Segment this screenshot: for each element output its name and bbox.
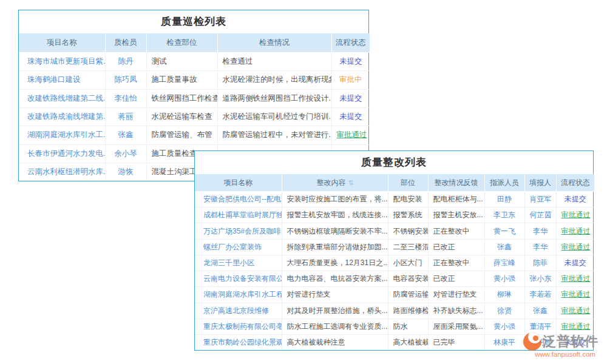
cell-status: 未提交 bbox=[556, 255, 594, 271]
cell-project[interactable]: 螺丝厂办公室装饰 bbox=[195, 239, 282, 255]
cell-inspector[interactable]: 蒋丽 bbox=[105, 107, 146, 126]
cell-project[interactable]: 改建铁路线增建第二线... bbox=[19, 89, 105, 107]
cell-project[interactable]: 珠海市城市更新项目紫... bbox=[19, 53, 105, 71]
cell-project[interactable]: 湖南洞庭湖水库引水工程施工标 bbox=[195, 287, 282, 303]
cell-feedback: 已完毕 bbox=[428, 334, 484, 350]
cell-project[interactable]: 长春市伊通河水力发电... bbox=[19, 144, 105, 163]
column-header-reporter: 填报人 bbox=[524, 174, 556, 192]
cell-status: 未提交 bbox=[331, 89, 370, 107]
cell-inspector[interactable]: 游恢 bbox=[105, 163, 146, 181]
table-row: 云南电力设备安装有限公司20...电力电容器、电抗器安装方案,...电容器安装.… bbox=[195, 271, 594, 287]
cell-part: 小区大门 bbox=[388, 255, 428, 271]
cell-assignee[interactable]: 徐贤 bbox=[484, 303, 524, 318]
cell-part: 路面维修检... bbox=[388, 303, 428, 318]
cell-reporter[interactable]: 李华 bbox=[524, 239, 556, 255]
cell-assignee[interactable]: 柳琳 bbox=[484, 287, 524, 303]
cell-status: 审批通过 bbox=[331, 126, 370, 144]
cell-part: 水泥砼运输车检查 bbox=[146, 107, 217, 126]
table-row: 螺丝厂办公室装饰拆除到承重墙部分请做好加固...二至三楼混...已改正张鑫李华审… bbox=[195, 239, 594, 255]
cell-assignee[interactable]: 李卫东 bbox=[484, 207, 524, 223]
quality-rectification-table-card: 质量整改列表 项目名称整改内容⇅部位整改情况反馈指派人员填报人流程状态 安徽合肥… bbox=[194, 150, 594, 351]
cell-status: 未提交 bbox=[331, 107, 370, 126]
cell-status: 审批中 bbox=[331, 71, 370, 89]
cell-inspector[interactable]: 余小琴 bbox=[105, 144, 146, 163]
cell-reporter[interactable]: 何芷茵 bbox=[524, 207, 556, 223]
cell-project[interactable]: 万达广场35#会所及咖啡厅空... bbox=[195, 223, 282, 239]
cell-assignee[interactable]: 田静 bbox=[484, 192, 524, 207]
cell-content: 报警主机安放牢固，线缆连接... bbox=[282, 207, 388, 223]
rectification-table-header-row: 项目名称整改内容⇅部位整改情况反馈指派人员填报人流程状态 bbox=[195, 174, 594, 192]
cell-feedback: 配电柜柜体与... bbox=[428, 192, 484, 207]
cell-project[interactable]: 改建铁路成渝线增建第... bbox=[19, 107, 105, 126]
cell-status: 审批通过 bbox=[556, 207, 594, 223]
cell-status: 审批通过 bbox=[556, 223, 594, 239]
cell-status: 未提交 bbox=[556, 192, 594, 207]
cell-project[interactable]: 龙湖三千里小区 bbox=[195, 255, 282, 271]
cell-project[interactable]: 云南水利枢纽潜明水库... bbox=[19, 163, 105, 181]
cell-situation: 道路两侧铁丝网围挡工作按设计... bbox=[217, 89, 331, 107]
cell-reporter[interactable]: 肖亚军 bbox=[524, 192, 556, 207]
cell-part: 防水 bbox=[388, 318, 428, 334]
cell-content: 安装时应按施工图的布置，将... bbox=[282, 192, 388, 207]
cell-assignee[interactable]: 薛宝峰 bbox=[484, 255, 524, 271]
cell-part: 施工质量事故 bbox=[146, 71, 217, 89]
cell-project[interactable]: 重庆太极制药有限公司亳州中... bbox=[195, 318, 282, 334]
cell-part: 防腐管运输、布管 bbox=[146, 126, 217, 144]
cell-reporter[interactable]: 李华 bbox=[524, 223, 556, 239]
cell-feedback: 正在整改中 bbox=[428, 223, 484, 239]
cell-inspector[interactable]: 张鑫 bbox=[105, 126, 146, 144]
table-row: 改建铁路成渝线增建第...蒋丽水泥砼运输车检查水泥砼运输车司机经过专门培训...… bbox=[19, 107, 370, 126]
fanpu-brand-text: 泛普软件 bbox=[543, 332, 599, 351]
cell-project[interactable]: 珠海鹤港口建设 bbox=[19, 71, 105, 89]
cell-feedback: 补齐缺失标志... bbox=[428, 303, 484, 318]
cell-assignee[interactable]: 张鑫 bbox=[484, 239, 524, 255]
cell-assignee[interactable]: 林康平 bbox=[484, 334, 524, 350]
inspection-table-header-row: 项目名称质检员检查部位检查情况流程状态 bbox=[19, 33, 370, 53]
cell-part: 测试 bbox=[146, 53, 217, 71]
cell-inspector[interactable]: 李佳怡 bbox=[105, 89, 146, 107]
cell-project[interactable]: 安徽合肥供电公司--配电设备... bbox=[195, 192, 282, 207]
cell-content: 大理石质量更换，12月31日之... bbox=[282, 255, 388, 271]
column-header-part: 检查部位 bbox=[146, 33, 217, 53]
column-header-situation: 检查情况 bbox=[217, 33, 331, 53]
table-row: 龙湖三千里小区大理石质量更换，12月31日之...小区大门正在整改中薛宝峰陈菲未… bbox=[195, 255, 594, 271]
cell-assignee[interactable]: 黄小强 bbox=[484, 318, 524, 334]
fanpu-url-text: www.fanpusoft.com bbox=[523, 351, 607, 358]
cell-project[interactable]: 云南电力设备安装有限公司20... bbox=[195, 271, 282, 287]
cell-feedback: 屋面采用聚氨... bbox=[428, 318, 484, 334]
cell-part: 铁丝网围挡工作检查 bbox=[146, 89, 217, 107]
sort-icon[interactable]: ⇅ bbox=[348, 179, 353, 186]
cell-assignee[interactable]: 黄小强 bbox=[484, 271, 524, 287]
cell-reporter[interactable]: 张小东 bbox=[524, 271, 556, 287]
column-header-feedback: 整改情况反馈 bbox=[428, 174, 484, 192]
cell-project[interactable]: 成都杜甫草堂临时展厅独立展... bbox=[195, 207, 282, 223]
rectification-table-title: 质量整改列表 bbox=[195, 151, 593, 174]
column-header-content[interactable]: 整改内容⇅ bbox=[282, 174, 388, 192]
cell-project[interactable]: 湖南洞庭湖水库引水工... bbox=[19, 126, 105, 144]
table-row: 万达广场35#会所及咖啡厅空...不锈钢边框玻璃隔断安装不牢...不锈钢安装..… bbox=[195, 223, 594, 239]
cell-reporter[interactable]: 张鑫 bbox=[524, 303, 556, 318]
cell-reporter[interactable]: 李若若 bbox=[524, 287, 556, 303]
fanpu-watermark: 泛普软件 www.fanpusoft.com bbox=[523, 331, 607, 360]
cell-situation: 防腐管运输过程中，未对管进行... bbox=[217, 126, 331, 144]
column-header-assignee: 指派人员 bbox=[484, 174, 524, 192]
cell-project[interactable]: 京沪高速北京段维修 bbox=[195, 303, 282, 318]
cell-project[interactable]: 重庆市鹅岭公园绿化景观提升... bbox=[195, 334, 282, 350]
cell-reporter[interactable]: 陈菲 bbox=[524, 255, 556, 271]
cell-feedback: 已改正 bbox=[428, 271, 484, 287]
cell-feedback: 正在整改中 bbox=[428, 255, 484, 271]
cell-feedback: 已改正 bbox=[428, 239, 484, 255]
cell-assignee[interactable]: 黄一飞 bbox=[484, 223, 524, 239]
column-header-part: 部位 bbox=[388, 174, 428, 192]
cell-content: 拆除到承重墙部分请做好加固... bbox=[282, 239, 388, 255]
table-row: 湖南洞庭湖水库引水工...张鑫防腐管运输、布管防腐管运输过程中，未对管进行...… bbox=[19, 126, 370, 144]
cell-part: 报警系统 bbox=[388, 207, 428, 223]
table-row: 成都杜甫草堂临时展厅独立展...报警主机安放牢固，线缆连接...报警系统报警主机… bbox=[195, 207, 594, 223]
cell-part: 防腐管运输... bbox=[388, 287, 428, 303]
cell-status: 审批通过 bbox=[556, 303, 594, 318]
cell-inspector[interactable]: 陈巧凤 bbox=[105, 71, 146, 89]
table-row: 珠海鹤港口建设陈巧凤施工质量事故水泥砼灌注的时候，出现离析现象审批中 bbox=[19, 71, 370, 89]
cell-part: 电容器安装... bbox=[388, 271, 428, 287]
cell-inspector[interactable]: 陈丹 bbox=[105, 53, 146, 71]
cell-part: 二至三楼混... bbox=[388, 239, 428, 255]
